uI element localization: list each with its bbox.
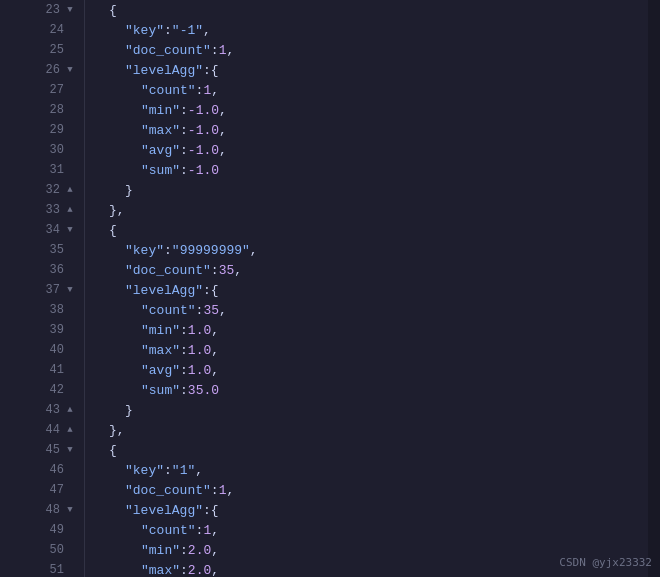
line-number-38: 38 [0,300,84,320]
line-number-30: 30 [0,140,84,160]
code-line-45: { [93,440,648,460]
line-number-25: 25 [0,40,84,60]
line-number-29: 29 [0,120,84,140]
code-area: {"key" : "-1","doc_count" : 1,"levelAgg"… [85,0,648,577]
line-number-31: 31 [0,160,84,180]
code-line-24: "key" : "-1", [93,20,648,40]
code-line-41: "avg" : 1.0, [93,360,648,380]
code-line-44: }, [93,420,648,440]
code-line-33: }, [93,200,648,220]
code-line-36: "doc_count" : 35, [93,260,648,280]
line-number-33: 33▲ [0,200,84,220]
scrollbar[interactable] [648,0,660,577]
fold-arrow-48[interactable]: ▼ [64,504,76,516]
line-number-39: 39 [0,320,84,340]
line-number-26: 26▼ [0,60,84,80]
line-number-43: 43▲ [0,400,84,420]
line-number-51: 51 [0,560,84,577]
code-line-28: "min" : -1.0, [93,100,648,120]
fold-arrow-37[interactable]: ▼ [64,284,76,296]
code-line-35: "key" : "99999999", [93,240,648,260]
fold-arrow-33[interactable]: ▲ [64,204,76,216]
code-line-40: "max" : 1.0, [93,340,648,360]
code-line-23: { [93,0,648,20]
line-number-37: 37▼ [0,280,84,300]
line-number-48: 48▼ [0,500,84,520]
line-number-49: 49 [0,520,84,540]
code-line-34: { [93,220,648,240]
line-number-47: 47 [0,480,84,500]
line-number-28: 28 [0,100,84,120]
line-number-50: 50 [0,540,84,560]
code-line-32: } [93,180,648,200]
line-number-42: 42 [0,380,84,400]
line-number-46: 46 [0,460,84,480]
fold-arrow-44[interactable]: ▲ [64,424,76,436]
fold-arrow-43[interactable]: ▲ [64,404,76,416]
code-line-39: "min" : 1.0, [93,320,648,340]
code-line-29: "max" : -1.0, [93,120,648,140]
line-number-34: 34▼ [0,220,84,240]
code-line-30: "avg" : -1.0, [93,140,648,160]
line-number-36: 36 [0,260,84,280]
line-number-24: 24 [0,20,84,40]
watermark: CSDN @yjx23332 [559,556,652,569]
code-line-37: "levelAgg" : { [93,280,648,300]
code-line-26: "levelAgg" : { [93,60,648,80]
line-number-35: 35 [0,240,84,260]
fold-arrow-23[interactable]: ▼ [64,4,76,16]
code-line-47: "doc_count" : 1, [93,480,648,500]
line-number-40: 40 [0,340,84,360]
code-line-27: "count" : 1, [93,80,648,100]
code-line-31: "sum" : -1.0 [93,160,648,180]
line-number-32: 32▲ [0,180,84,200]
code-line-43: } [93,400,648,420]
fold-arrow-26[interactable]: ▼ [64,64,76,76]
code-line-49: "count" : 1, [93,520,648,540]
code-line-25: "doc_count" : 1, [93,40,648,60]
fold-arrow-32[interactable]: ▲ [64,184,76,196]
line-number-27: 27 [0,80,84,100]
line-number-45: 45▼ [0,440,84,460]
fold-arrow-45[interactable]: ▼ [64,444,76,456]
editor-container: 23▼242526▼272829303132▲33▲34▼353637▼3839… [0,0,660,577]
line-number-23: 23▼ [0,0,84,20]
fold-arrow-34[interactable]: ▼ [64,224,76,236]
line-numbers: 23▼242526▼272829303132▲33▲34▼353637▼3839… [0,0,85,577]
code-line-38: "count" : 35, [93,300,648,320]
code-line-48: "levelAgg" : { [93,500,648,520]
code-line-46: "key" : "1", [93,460,648,480]
code-line-42: "sum" : 35.0 [93,380,648,400]
line-number-41: 41 [0,360,84,380]
line-number-44: 44▲ [0,420,84,440]
